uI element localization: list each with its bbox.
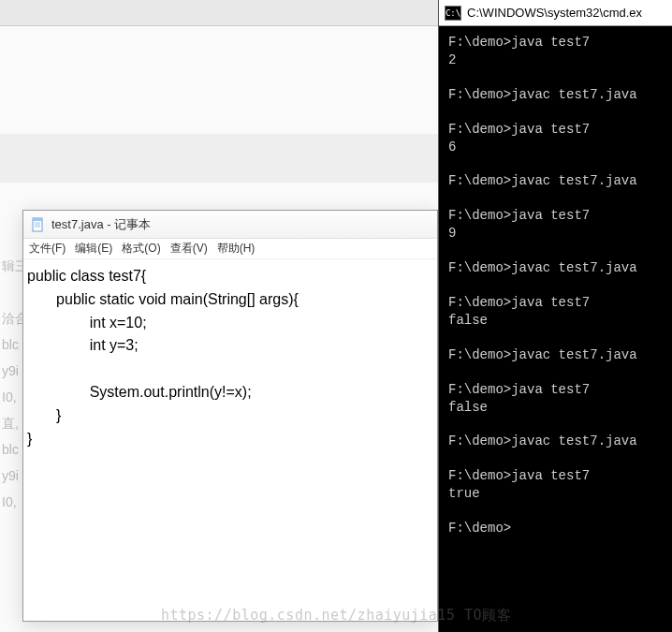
cmd-line	[448, 69, 666, 86]
background-toolbar	[0, 0, 438, 26]
cmd-line	[448, 503, 666, 520]
menu-file[interactable]: 文件(F)	[29, 241, 66, 257]
cmd-line: F:\demo>java test7	[448, 381, 666, 399]
cmd-line: F:\demo>java test7	[448, 467, 666, 485]
notepad-text-area[interactable]: public class test7{ public static void m…	[23, 259, 437, 456]
cmd-line	[448, 450, 666, 467]
cmd-line: F:\demo>java test7	[448, 34, 666, 51]
bg-fragment: 辑三	[0, 253, 21, 279]
cmd-window[interactable]: C:\ C:\WINDOWS\system32\cmd.ex F:\demo>j…	[438, 0, 672, 632]
bg-fragment: y9i	[0, 358, 21, 384]
notepad-title-bar[interactable]: test7.java - 记事本	[23, 211, 437, 239]
bg-fragment	[0, 279, 21, 305]
cmd-line	[448, 277, 666, 294]
cmd-line	[448, 155, 666, 172]
menu-format[interactable]: 格式(O)	[122, 241, 160, 257]
svg-rect-1	[33, 218, 42, 221]
cmd-line: F:\demo>javac test7.java	[448, 346, 666, 364]
cmd-line: F:\demo>java test7	[448, 207, 666, 225]
cmd-line: F:\demo>javac test7.java	[448, 172, 666, 190]
cmd-line: false	[448, 399, 666, 417]
cmd-line: F:\demo>java test7	[448, 121, 666, 139]
cmd-line: F:\demo>	[448, 520, 666, 537]
cmd-line: F:\demo>javac test7.java	[448, 433, 666, 450]
cmd-line: 6	[448, 139, 666, 156]
menu-edit[interactable]: 编辑(E)	[75, 241, 112, 257]
cmd-line: true	[448, 485, 666, 503]
bg-fragment: I0,	[0, 384, 21, 410]
bg-fragment: y9i	[0, 463, 21, 489]
notepad-title-text: test7.java - 记事本	[51, 216, 151, 233]
cmd-line: F:\demo>java test7	[448, 294, 666, 312]
bg-fragment: I0,	[0, 489, 21, 515]
cmd-title-text: C:\WINDOWS\system32\cmd.ex	[467, 6, 642, 20]
notepad-window[interactable]: test7.java - 记事本 文件(F) 编辑(E) 格式(O) 查看(V)…	[22, 210, 438, 622]
cmd-line	[448, 330, 666, 346]
bg-fragment: 直,	[0, 410, 21, 436]
menu-view[interactable]: 查看(V)	[170, 241, 208, 257]
cmd-line	[448, 104, 666, 121]
notepad-menu-bar[interactable]: 文件(F) 编辑(E) 格式(O) 查看(V) 帮助(H)	[23, 239, 437, 259]
cmd-line	[448, 364, 666, 381]
cmd-line	[448, 243, 666, 259]
cmd-line: 9	[448, 225, 666, 243]
background-text-fragments: 辑三 洽合blcy9iI0,直,blcy9iI0,	[0, 253, 21, 515]
bg-fragment: blc	[0, 436, 21, 463]
background-gray-strip	[0, 134, 438, 183]
cmd-line: 2	[448, 51, 666, 69]
cmd-icon: C:\	[445, 6, 461, 21]
cmd-line: false	[448, 312, 666, 330]
cmd-line: F:\demo>javac test7.java	[448, 259, 666, 277]
bg-fragment: blc	[0, 331, 21, 358]
notepad-icon	[31, 215, 46, 234]
cmd-terminal-output[interactable]: F:\demo>java test72 F:\demo>javac test7.…	[439, 26, 672, 543]
cmd-title-bar[interactable]: C:\ C:\WINDOWS\system32\cmd.ex	[439, 0, 672, 26]
cmd-line	[448, 190, 666, 207]
cmd-line	[448, 416, 666, 433]
menu-help[interactable]: 帮助(H)	[217, 241, 256, 257]
bg-fragment: 洽合	[0, 305, 21, 331]
cmd-line: F:\demo>javac test7.java	[448, 86, 666, 104]
